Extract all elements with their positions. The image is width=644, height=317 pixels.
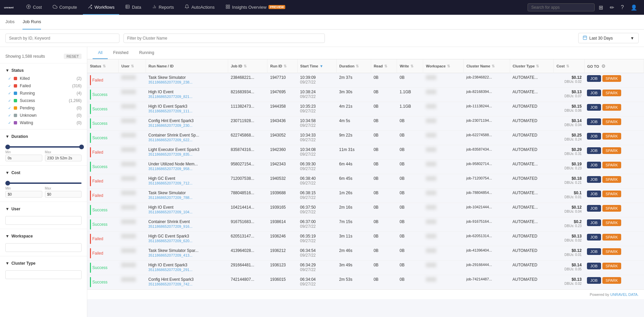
col-write[interactable]: Write⇅ [397,59,423,73]
spark-button-1[interactable]: SPARK [602,90,621,96]
status-waiting[interactable]: ✓ Waiting (0) [0,119,87,126]
spark-button-5[interactable]: SPARK [602,147,621,154]
run-id-link-7[interactable]: 3511868652077209_712... [148,181,225,185]
col-workspace[interactable]: Workspace⇅ [423,59,464,73]
run-id-link-0[interactable]: 3511868652077209_238... [148,80,225,84]
status-unknown[interactable]: ✓ Unknown (0) [0,112,87,119]
cluster-filter-input[interactable] [123,34,325,43]
cluster-type-section-header[interactable]: ▼ Cluster Type [0,258,87,268]
status-running[interactable]: ✓ Running (4) [0,90,87,97]
footer-link[interactable]: UNRAVEL DATA. [610,293,639,297]
run-id-link-8[interactable]: 3511868652077209_788... [148,196,225,200]
nav-insights[interactable]: Insights Overview PREVIEW [221,0,290,15]
spark-button-3[interactable]: SPARK [602,118,621,125]
settings-gear-button[interactable]: ⚙ [600,62,607,70]
job-button-2[interactable]: JOB [587,104,601,111]
spark-button-6[interactable]: SPARK [602,162,621,168]
status-section-header[interactable]: ▼ Status [0,65,87,75]
job-button-3[interactable]: JOB [587,118,601,125]
workspace-section-header[interactable]: ▼ Workspace [0,230,87,241]
run-id-link-14[interactable]: 3511868652077209_742... [148,282,225,286]
job-button-10[interactable]: JOB [587,219,601,226]
job-button-4[interactable]: JOB [587,133,601,140]
search-input[interactable] [528,3,595,11]
status-pending[interactable]: ✓ Pending (0) [0,104,87,112]
duration-max-val[interactable]: 23D 1h 52m 2s [45,155,82,161]
reset-button[interactable]: RESET [64,54,82,59]
status-killed[interactable]: ✓ Killed (2) [0,75,87,82]
col-duration[interactable]: Duration⇅ [337,59,371,73]
duration-thumb-max[interactable] [79,145,84,149]
cost-section-header[interactable]: ▼ Cost [0,167,87,177]
col-run-name[interactable]: Run Name / ID [146,59,228,73]
duration-section-header[interactable]: ▼ Duration [0,131,87,141]
col-start-time[interactable]: Start Time▼ [297,59,337,73]
status-failed[interactable]: ✓ Failed (316) [0,82,87,90]
subnav-job-runs[interactable]: Job Runs [22,15,41,30]
spark-button-4[interactable]: SPARK [602,133,621,140]
job-button-0[interactable]: JOB [587,75,601,82]
help-icon[interactable]: ? [618,4,627,10]
col-cluster-type[interactable]: Cluster Type⇅ [510,59,554,73]
user-section-header[interactable]: ▼ User [0,203,87,213]
spark-button-2[interactable]: SPARK [602,104,621,111]
spark-button-9[interactable]: SPARK [602,205,621,212]
nav-autoactions[interactable]: AutoActions [180,0,219,15]
cluster-type-filter-input[interactable] [5,270,82,279]
run-id-link-10[interactable]: 3511868652077209_916... [148,224,225,228]
logo[interactable]: unravel [4,2,15,13]
job-button-9[interactable]: JOB [587,205,601,212]
nav-workflows[interactable]: Workflows [83,0,119,15]
job-button-5[interactable]: JOB [587,147,601,154]
apps-grid-icon[interactable]: ⊞ [596,4,606,11]
spark-button-13[interactable]: SPARK [602,263,621,269]
spark-button-7[interactable]: SPARK [602,176,621,183]
tab-all[interactable]: All [93,47,108,59]
job-button-12[interactable]: JOB [587,248,601,255]
job-button-14[interactable]: JOB [587,277,601,284]
date-range-picker[interactable]: Last 30 Days ▼ [578,33,639,43]
nav-compute[interactable]: Compute [48,0,82,15]
run-id-link-4[interactable]: 3511868652077209_622... [148,138,225,142]
col-read[interactable]: Read⇅ [371,59,397,73]
cost-min-val[interactable]: $0 [5,191,42,198]
status-success[interactable]: ✓ Success (1,266) [0,97,87,104]
duration-track[interactable] [5,146,82,148]
run-id-link-2[interactable]: 3511868652077209_111... [148,109,225,113]
run-id-link-1[interactable]: 3511868652077209_821... [148,95,225,99]
spark-button-0[interactable]: SPARK [602,75,621,82]
job-button-13[interactable]: JOB [587,263,601,269]
col-cluster-name[interactable]: Cluster Name⇅ [463,59,510,73]
nav-data[interactable]: Data [120,0,146,15]
duration-thumb-min[interactable] [5,145,10,149]
spark-button-14[interactable]: SPARK [602,277,621,284]
cost-thumb[interactable] [5,181,10,186]
user-icon[interactable]: 👤 [628,4,640,11]
spark-button-10[interactable]: SPARK [602,219,621,226]
col-goto[interactable]: GO TO ⚙ [584,59,644,73]
cost-max-val[interactable]: $0 [45,191,82,198]
duration-min-val[interactable]: 0s [5,155,42,161]
job-button-1[interactable]: JOB [587,90,601,96]
keyword-search-input[interactable] [5,34,119,43]
edit-icon[interactable]: ✏ [607,4,617,11]
run-id-link-3[interactable]: 3511868652077209_230... [148,123,225,127]
spark-button-12[interactable]: SPARK [602,248,621,255]
run-id-link-11[interactable]: 3511868652077209_620... [148,239,225,243]
col-cost[interactable]: Cost⇅ [554,59,585,73]
col-run-id[interactable]: Run ID⇅ [267,59,297,73]
col-job-id[interactable]: Job ID⇅ [228,59,267,73]
tab-finished[interactable]: Finished [108,47,134,59]
run-id-link-13[interactable]: 3511868652077209_291... [148,268,225,272]
job-button-6[interactable]: JOB [587,162,601,168]
run-id-link-6[interactable]: 3511868652077209_958... [148,167,225,171]
spark-button-11[interactable]: SPARK [602,234,621,241]
run-id-link-9[interactable]: 3511868652077209_104... [148,210,225,214]
job-button-7[interactable]: JOB [587,176,601,183]
nav-cost[interactable]: Cost [21,0,47,15]
workspace-filter-input[interactable] [5,243,82,252]
cost-track[interactable] [5,182,82,184]
run-id-link-5[interactable]: 3511868652077209_835... [148,152,225,156]
subnav-jobs[interactable]: Jobs [5,15,14,30]
col-status[interactable]: Status⇅ [87,59,118,73]
